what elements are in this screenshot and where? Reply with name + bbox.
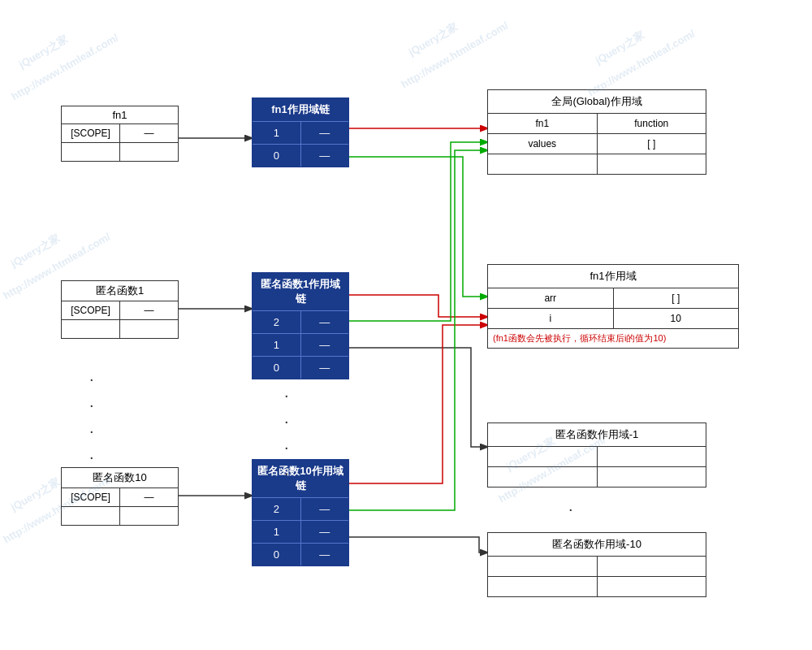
fn1-arr-value: [ ] bbox=[614, 288, 739, 308]
anon1-domain-empty3 bbox=[488, 467, 598, 487]
fn1-scope-chain: fn1作用域链 1 — 0 — bbox=[252, 98, 349, 167]
anon1-scope-label: [SCOPE] bbox=[62, 301, 120, 319]
fn1-scope-label: [SCOPE] bbox=[62, 124, 120, 142]
fn1-domain-row2: i 10 bbox=[488, 308, 738, 328]
global-values-label: values bbox=[488, 134, 598, 154]
anon10-domain-title: 匿名函数作用域-10 bbox=[488, 533, 706, 556]
dots-left: ···· bbox=[89, 366, 96, 470]
anon1-scope-chain-row2: 2 — bbox=[253, 310, 348, 333]
watermark-6: http://www.htmleaf.com/ bbox=[585, 28, 697, 99]
anon10-domain-row1 bbox=[488, 556, 706, 576]
anon10-chain-0-arrow: — bbox=[300, 544, 349, 566]
fn1-domain-row3: (fn1函数会先被执行，循环结束后i的值为10) bbox=[488, 328, 738, 348]
anon10-domain-empty2 bbox=[598, 557, 706, 576]
anon10-domain-empty1 bbox=[488, 557, 598, 576]
anon10-chain-2: 2 bbox=[253, 498, 300, 520]
anon1-domain-empty4 bbox=[598, 467, 706, 487]
anon10-scope-chain: 匿名函数10作用域链 2 — 1 — 0 — bbox=[252, 459, 349, 566]
anon10-box: 匿名函数10 [SCOPE] — bbox=[61, 467, 179, 526]
anon1-scope-chain-title: 匿名函数1作用域链 bbox=[253, 273, 348, 310]
fn1-box-row2 bbox=[62, 142, 178, 161]
global-domain-row3 bbox=[488, 154, 706, 174]
global-empty1 bbox=[488, 154, 598, 174]
anon10-chain-1-arrow: — bbox=[300, 521, 349, 543]
anon10-scope-chain-row1: 1 — bbox=[253, 520, 348, 543]
anon1-domain-empty1 bbox=[488, 447, 598, 466]
global-fn1-label: fn1 bbox=[488, 114, 598, 133]
dots-middle: ···· bbox=[284, 382, 291, 486]
global-domain-row1: fn1 function bbox=[488, 113, 706, 133]
anon1-empty2 bbox=[120, 320, 178, 338]
fn1-empty2 bbox=[120, 143, 178, 161]
fn1-scope-chain-0-arrow: — bbox=[300, 145, 349, 167]
anon10-chain-2-arrow: — bbox=[300, 498, 349, 520]
anon1-domain: 匿名函数作用域-1 bbox=[487, 422, 706, 488]
watermark-3: jQuery之家 bbox=[406, 20, 460, 59]
fn1-scope-value: — bbox=[120, 124, 178, 142]
anon1-chain-1-arrow: — bbox=[300, 334, 349, 356]
fn1-scope-chain-title: fn1作用域链 bbox=[253, 98, 348, 121]
global-domain: 全局(Global)作用域 fn1 function values [ ] bbox=[487, 89, 706, 175]
fn1-domain-note: (fn1函数会先被执行，循环结束后i的值为10) bbox=[488, 329, 738, 348]
anon1-box-title: 匿名函数1 bbox=[62, 281, 178, 301]
fn1-box: fn1 [SCOPE] — bbox=[61, 106, 179, 162]
watermark-9: jQuery之家 bbox=[8, 474, 63, 514]
anon10-domain-empty3 bbox=[488, 577, 598, 596]
anon1-domain-row1 bbox=[488, 446, 706, 466]
global-fn1-value: function bbox=[598, 114, 706, 133]
watermark-5: jQuery之家 bbox=[593, 28, 647, 67]
watermark-1: jQuery之家 bbox=[16, 32, 71, 72]
anon10-empty1 bbox=[62, 507, 120, 525]
anon10-scope-value: — bbox=[120, 488, 178, 506]
anon10-box-row: [SCOPE] — bbox=[62, 488, 178, 506]
fn1-empty1 bbox=[62, 143, 120, 161]
global-domain-row2: values [ ] bbox=[488, 133, 706, 154]
diagram: fn1 [SCOPE] — fn1作用域链 1 — 0 — 全局(Global)… bbox=[0, 0, 812, 650]
anon1-chain-0: 0 bbox=[253, 357, 300, 379]
anon10-domain-row2 bbox=[488, 576, 706, 596]
anon10-chain-0: 0 bbox=[253, 544, 300, 566]
fn1-i-value: 10 bbox=[614, 309, 739, 328]
anon1-scope-chain-row1: 1 — bbox=[253, 333, 348, 356]
fn1-scope-chain-0: 0 bbox=[253, 145, 300, 167]
anon1-box-row2 bbox=[62, 319, 178, 338]
anon1-chain-2-arrow: — bbox=[300, 311, 349, 333]
anon1-box-row: [SCOPE] — bbox=[62, 301, 178, 319]
anon10-domain: 匿名函数作用域-10 bbox=[487, 532, 706, 597]
fn1-scope-chain-1: 1 bbox=[253, 122, 300, 144]
anon1-chain-1: 1 bbox=[253, 334, 300, 356]
anon10-empty2 bbox=[120, 507, 178, 525]
global-empty2 bbox=[598, 154, 706, 174]
anon1-scope-value: — bbox=[120, 301, 178, 319]
anon1-domain-empty2 bbox=[598, 447, 706, 466]
anon10-domain-empty4 bbox=[598, 577, 706, 596]
watermark-7: jQuery之家 bbox=[8, 231, 63, 271]
anon10-scope-chain-row2: 2 — bbox=[253, 497, 348, 520]
fn1-domain-title: fn1作用域 bbox=[488, 265, 738, 288]
fn1-domain: fn1作用域 arr [ ] i 10 (fn1函数会先被执行，循环结束后i的值… bbox=[487, 264, 739, 349]
fn1-box-row: [SCOPE] — bbox=[62, 124, 178, 142]
fn1-scope-chain-1-arrow: — bbox=[300, 122, 349, 144]
anon1-box: 匿名函数1 [SCOPE] — bbox=[61, 280, 179, 339]
global-domain-title: 全局(Global)作用域 bbox=[488, 90, 706, 113]
watermark-2: http://www.htmleaf.com/ bbox=[9, 32, 120, 103]
anon1-scope-chain-row0: 0 — bbox=[253, 356, 348, 379]
global-values-value: [ ] bbox=[598, 134, 706, 154]
anon10-box-row2 bbox=[62, 506, 178, 525]
anon10-scope-label: [SCOPE] bbox=[62, 488, 120, 506]
anon1-scope-chain: 匿名函数1作用域链 2 — 1 — 0 — bbox=[252, 272, 349, 379]
anon10-scope-chain-title: 匿名函数10作用域链 bbox=[253, 460, 348, 497]
anon10-box-title: 匿名函数10 bbox=[62, 468, 178, 488]
fn1-scope-chain-row1: 1 — bbox=[253, 121, 348, 144]
anon1-empty1 bbox=[62, 320, 120, 338]
watermark-4: http://www.htmleaf.com/ bbox=[399, 20, 510, 91]
anon1-chain-2: 2 bbox=[253, 311, 300, 333]
fn1-box-title: fn1 bbox=[62, 106, 178, 124]
anon1-domain-row2 bbox=[488, 466, 706, 487]
anon1-chain-0-arrow: — bbox=[300, 357, 349, 379]
fn1-i-label: i bbox=[488, 309, 614, 328]
fn1-domain-row1: arr [ ] bbox=[488, 288, 738, 308]
anon10-scope-chain-row0: 0 — bbox=[253, 543, 348, 566]
fn1-scope-chain-row0: 0 — bbox=[253, 144, 348, 167]
anon10-chain-1: 1 bbox=[253, 521, 300, 543]
